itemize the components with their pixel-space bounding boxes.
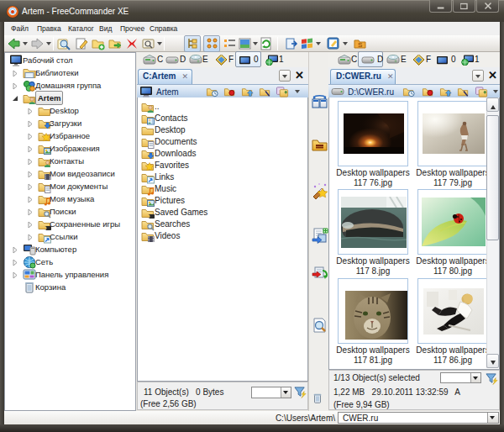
svg-text:S: S bbox=[358, 41, 362, 49]
